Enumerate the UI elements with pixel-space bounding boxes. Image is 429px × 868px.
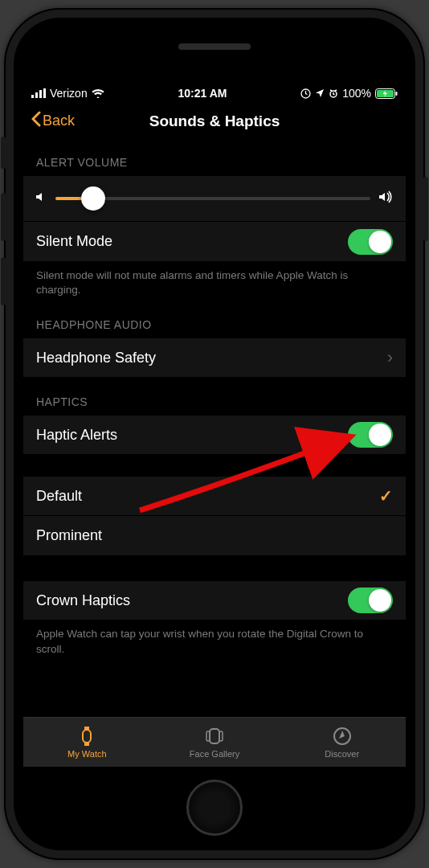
crown-haptics-label: Crown Haptics (36, 592, 348, 609)
svg-rect-12 (210, 729, 219, 743)
silent-mode-label: Silent Mode (36, 233, 348, 250)
tab-bar: My Watch Face Gallery Discover (23, 717, 406, 767)
phone-speaker (178, 43, 251, 50)
headphone-safety-label: Headphone Safety (36, 350, 387, 366)
tab-face-gallery[interactable]: Face Gallery (151, 718, 279, 767)
compass-icon (332, 726, 353, 747)
battery-icon (375, 88, 398, 99)
tab-my-watch-label: My Watch (67, 749, 107, 759)
haptic-alerts-row: Haptic Alerts (23, 415, 406, 455)
page-title: Sounds & Haptics (149, 113, 280, 130)
gallery-icon (204, 726, 225, 747)
checkmark-icon: ✓ (379, 486, 393, 506)
svg-rect-1 (35, 92, 38, 98)
tab-face-gallery-label: Face Gallery (190, 749, 239, 759)
tab-discover-label: Discover (325, 749, 359, 759)
wifi-icon (92, 88, 104, 98)
svg-rect-2 (39, 90, 42, 98)
chevron-right-icon: › (387, 347, 393, 368)
crown-haptics-row: Crown Haptics (23, 580, 406, 620)
section-header-headphone: HEADPHONE AUDIO (23, 301, 406, 338)
section-header-alert-volume: ALERT VOLUME (23, 138, 406, 175)
haptic-alerts-label: Haptic Alerts (36, 427, 348, 444)
back-label: Back (43, 113, 75, 129)
silent-mode-row: Silent Mode (23, 222, 406, 262)
orientation-lock-icon (300, 88, 311, 99)
nav-bar: Back Sounds & Haptics (23, 104, 406, 138)
home-button[interactable] (186, 780, 243, 836)
volume-low-icon (35, 190, 47, 207)
carrier-label: Verizon (50, 87, 88, 100)
status-bar: Verizon 10:21 AM (23, 82, 406, 104)
tab-discover[interactable]: Discover (278, 718, 406, 767)
crown-haptics-toggle[interactable] (348, 588, 393, 613)
chevron-left-icon (30, 111, 41, 131)
haptic-alerts-toggle[interactable] (348, 422, 393, 448)
svg-rect-9 (83, 730, 91, 743)
svg-rect-13 (206, 731, 210, 741)
headphone-safety-row[interactable]: Headphone Safety › (23, 338, 406, 378)
volume-slider[interactable] (55, 197, 370, 200)
content-scroll[interactable]: ALERT VOLUME Silent Mode (23, 138, 406, 717)
crown-haptics-footer: Apple Watch can tap your wrist when you … (23, 620, 406, 659)
tab-my-watch[interactable]: My Watch (23, 718, 151, 767)
alert-volume-slider-row (23, 175, 406, 222)
svg-rect-3 (43, 88, 46, 98)
svg-rect-11 (84, 743, 89, 746)
haptics-prominent-label: Prominent (36, 527, 393, 544)
svg-rect-0 (31, 95, 34, 98)
svg-rect-14 (219, 731, 223, 741)
watch-icon (76, 726, 97, 747)
svg-rect-10 (84, 727, 89, 730)
location-icon (315, 88, 325, 98)
signal-icon (31, 88, 46, 98)
clock-label: 10:21 AM (178, 87, 227, 100)
haptics-default-label: Default (36, 488, 379, 505)
haptics-default-row[interactable]: Default ✓ (23, 476, 406, 516)
haptics-prominent-row[interactable]: Prominent (23, 516, 406, 556)
silent-mode-footer: Silent mode will not mute alarms and tim… (23, 262, 406, 301)
battery-label: 100% (342, 87, 371, 100)
volume-high-icon (378, 190, 394, 207)
back-button[interactable]: Back (30, 111, 75, 131)
alarm-icon (329, 88, 338, 98)
silent-mode-toggle[interactable] (348, 229, 393, 255)
section-header-haptics: HAPTICS (23, 378, 406, 415)
svg-rect-8 (396, 92, 398, 96)
